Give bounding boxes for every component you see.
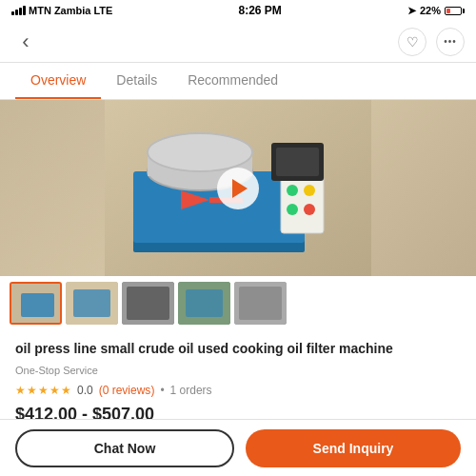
reviews-link[interactable]: (0 reviews): [99, 384, 155, 397]
nav-actions: ♡ •••: [398, 28, 465, 56]
product-title: oil press line small crude oil used cook…: [15, 340, 461, 359]
status-bar: MTN Zambia LTE 8:26 PM ➤ 22%: [0, 0, 476, 21]
svg-point-7: [148, 133, 252, 171]
svg-rect-24: [186, 289, 223, 317]
svg-point-12: [304, 185, 315, 196]
location-icon: ➤: [407, 5, 416, 17]
thumbnail-strip: [0, 276, 476, 330]
network-type: LTE: [93, 5, 112, 16]
heart-icon: ♡: [407, 34, 419, 50]
svg-point-13: [287, 204, 298, 215]
more-icon: •••: [444, 36, 457, 47]
star-2: ★: [27, 384, 37, 397]
svg-point-11: [287, 185, 298, 196]
tab-bar: Overview Details Recommended: [0, 63, 476, 100]
orders-count: 1 orders: [170, 384, 212, 397]
svg-rect-18: [21, 293, 54, 317]
status-right: ➤ 22%: [407, 5, 465, 17]
thumbnail-4[interactable]: [178, 282, 230, 325]
bottom-action-bar: Chat Now Send Inquiry: [0, 419, 476, 476]
thumbnail-5[interactable]: [234, 282, 287, 325]
thumbnail-3[interactable]: [122, 282, 174, 325]
svg-point-14: [304, 204, 315, 215]
star-1: ★: [15, 384, 26, 397]
rating-row: ★ ★ ★ ★ ★ 0.0 (0 reviews) • 1 orders: [15, 384, 461, 397]
rating-score: 0.0: [77, 384, 93, 397]
chat-now-button[interactable]: Chat Now: [15, 429, 234, 467]
play-icon: [232, 179, 248, 198]
star-3: ★: [38, 384, 49, 397]
svg-rect-22: [127, 287, 169, 320]
signal-icon: [11, 6, 26, 15]
carrier-name: MTN Zambia: [29, 5, 90, 16]
back-arrow-icon: ‹: [22, 30, 29, 54]
tab-overview[interactable]: Overview: [15, 63, 101, 99]
play-button[interactable]: [217, 168, 259, 209]
service-badge: One-Stop Service: [15, 365, 461, 376]
thumbnail-2[interactable]: [66, 282, 118, 325]
battery-icon: [445, 7, 465, 15]
star-5: ★: [61, 384, 71, 397]
nav-bar: ‹ ♡ •••: [0, 21, 476, 63]
star-rating: ★ ★ ★ ★ ★: [15, 384, 71, 397]
dot-separator: •: [160, 384, 164, 397]
status-time: 8:26 PM: [238, 4, 281, 17]
product-image-area: [0, 100, 476, 276]
svg-rect-20: [73, 289, 110, 317]
star-4: ★: [50, 384, 60, 397]
tab-recommended[interactable]: Recommended: [172, 63, 293, 99]
svg-rect-16: [276, 148, 319, 176]
favorite-button[interactable]: ♡: [398, 28, 426, 56]
status-left: MTN Zambia LTE: [11, 5, 112, 16]
battery-percent: 22%: [420, 5, 441, 16]
phone-frame: MTN Zambia LTE 8:26 PM ➤ 22% ‹ ♡ •••: [0, 0, 476, 476]
product-main-image: [0, 100, 476, 276]
send-inquiry-button[interactable]: Send Inquiry: [246, 429, 461, 467]
more-button[interactable]: •••: [436, 28, 465, 56]
svg-rect-10: [281, 176, 324, 233]
back-button[interactable]: ‹: [11, 28, 40, 56]
svg-rect-26: [239, 287, 282, 320]
tab-details[interactable]: Details: [101, 63, 172, 99]
thumbnail-1[interactable]: [10, 282, 62, 325]
